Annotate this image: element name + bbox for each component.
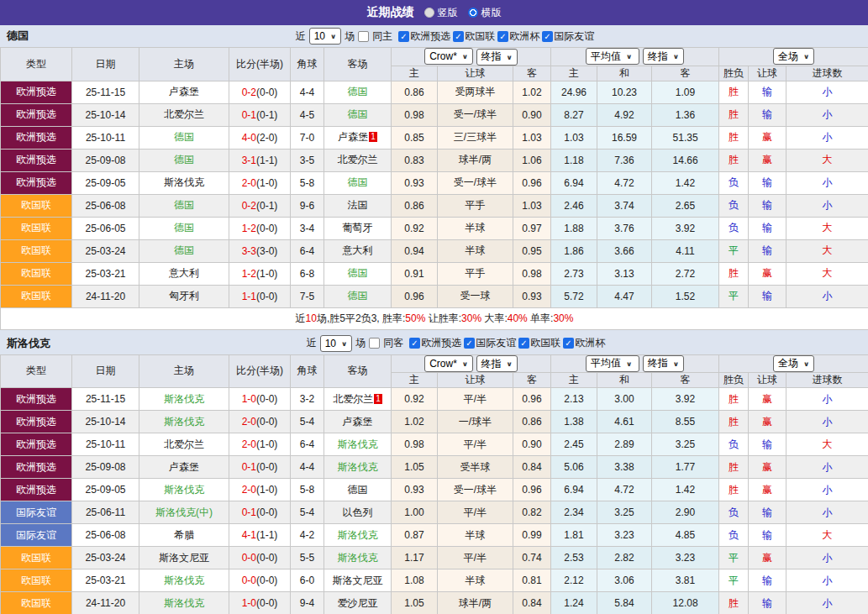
chevron-down-icon: ∨ bbox=[626, 53, 632, 60]
avg-home-odds: 2.53 bbox=[551, 547, 597, 569]
avg-draw-odds: 3.25 bbox=[597, 501, 652, 524]
handicap-away-odds: 0.98 bbox=[513, 262, 551, 285]
vertical-radio-label: 竖版 bbox=[438, 6, 458, 20]
match-date: 25-06-08 bbox=[72, 524, 139, 547]
match-date: 25-03-24 bbox=[72, 547, 139, 569]
match-type-badge: 欧国联 bbox=[1, 194, 72, 217]
final-odds-select-1[interactable]: 终指∨ bbox=[476, 49, 518, 66]
team-name: 德国 bbox=[7, 29, 29, 44]
league-checkbox-label: 国际友谊 bbox=[554, 29, 594, 44]
away-team-name: 爱沙尼亚 bbox=[338, 597, 378, 609]
home-team-name: 北爱尔兰 bbox=[164, 438, 204, 450]
avg-draw-odds: 10.23 bbox=[597, 81, 652, 103]
col-avg-home: 主 bbox=[551, 373, 597, 388]
fulltime-select[interactable]: 全场∨ bbox=[773, 48, 814, 65]
goals-result-cell: 小 bbox=[786, 81, 868, 103]
fulltime-score: 0-0 bbox=[242, 552, 256, 564]
halftime-score: (0-0) bbox=[256, 416, 277, 428]
league-checkbox[interactable] bbox=[464, 338, 475, 349]
match-row: 欧洲预选25-11-15斯洛伐克1-0(0-0)3-2北爱尔兰10.92平/半0… bbox=[1, 388, 868, 411]
league-checkbox[interactable] bbox=[409, 338, 420, 349]
league-checkbox[interactable] bbox=[453, 31, 464, 42]
bookmaker-select[interactable]: Crow*∨ bbox=[424, 355, 473, 372]
radio-selected-icon[interactable] bbox=[468, 8, 478, 18]
handicap-home-odds: 0.98 bbox=[392, 433, 438, 456]
layout-radio-horizontal[interactable]: 横版 bbox=[468, 6, 502, 20]
avg-home-odds: 2.45 bbox=[551, 433, 597, 456]
col-handicap-away: 客 bbox=[513, 66, 551, 81]
fulltime-score: 1-0 bbox=[242, 597, 256, 609]
match-type-badge: 欧洲预选 bbox=[1, 479, 72, 501]
layout-radio-vertical[interactable]: 竖版 bbox=[424, 6, 458, 20]
home-team-name: 匈牙利 bbox=[169, 290, 199, 302]
handicap-line: 平/半 bbox=[438, 501, 513, 524]
score-cell: 2-0(1-0) bbox=[229, 171, 291, 194]
recent-results-table-slovakia: 类型 日期 主场 比分(半场) 角球 客场 Crow*∨ 终指∨ 平均值∨ 终指… bbox=[0, 354, 868, 614]
league-filter-group: 欧洲预选国际友谊欧国联欧洲杯 bbox=[407, 336, 605, 350]
final-odds-select-2[interactable]: 终指∨ bbox=[643, 355, 684, 372]
summary-stat-value: 30% bbox=[461, 312, 481, 324]
league-checkbox[interactable] bbox=[398, 31, 409, 42]
corner-cell: 4-2 bbox=[291, 524, 324, 547]
fulltime-select[interactable]: 全场∨ bbox=[773, 355, 814, 372]
fulltime-score: 0-1 bbox=[242, 506, 256, 518]
handicap-line: 平/半 bbox=[438, 433, 513, 456]
handicap-line: 受半球 bbox=[438, 456, 513, 479]
away-team-name: 葡萄牙 bbox=[343, 222, 373, 234]
halftime-score: (0-0) bbox=[256, 87, 277, 98]
score-cell: 3-1(1-1) bbox=[229, 149, 291, 171]
match-date: 25-10-11 bbox=[72, 126, 139, 149]
average-select[interactable]: 平均值∨ bbox=[586, 48, 639, 65]
league-checkbox[interactable] bbox=[563, 338, 574, 349]
league-checkbox[interactable] bbox=[497, 31, 508, 42]
away-team-cell: 德国 bbox=[324, 479, 392, 501]
goals-result-cell: 小 bbox=[786, 126, 868, 149]
result-cell: 平 bbox=[719, 239, 749, 262]
final-odds-select-2[interactable]: 终指∨ bbox=[643, 48, 684, 65]
handicap-line: 平手 bbox=[438, 194, 513, 217]
handicap-home-odds: 1.17 bbox=[392, 547, 438, 569]
league-checkbox-label: 欧国联 bbox=[530, 336, 560, 350]
bookmaker-select[interactable]: Crow*∨ bbox=[424, 48, 473, 65]
handicap-home-odds: 0.83 bbox=[392, 149, 438, 171]
league-checkbox[interactable] bbox=[542, 31, 553, 42]
rounds-select[interactable]: 10 ∨ bbox=[320, 335, 353, 352]
col-result: 胜负 bbox=[719, 373, 749, 388]
rounds-select[interactable]: 10 ∨ bbox=[309, 28, 342, 45]
result-cell: 负 bbox=[719, 433, 749, 456]
halftime-score: (3-0) bbox=[256, 245, 277, 257]
avg-draw-odds: 4.72 bbox=[597, 171, 652, 194]
halftime-score: (0-0) bbox=[256, 552, 277, 564]
match-date: 25-06-08 bbox=[72, 194, 139, 217]
average-select[interactable]: 平均值∨ bbox=[586, 355, 639, 372]
home-team-name: 意大利 bbox=[169, 267, 199, 279]
final-odds-select-1[interactable]: 终指∨ bbox=[476, 355, 518, 372]
section-header-germany: 德国 近 10 ∨ 场 同主 欧洲预选欧国联欧洲杯国际友谊 bbox=[0, 25, 868, 47]
home-team-name: 德国 bbox=[174, 244, 194, 256]
same-venue-checkbox[interactable] bbox=[358, 31, 369, 42]
handicap-away-odds: 0.81 bbox=[513, 569, 551, 592]
radio-unselected-icon[interactable] bbox=[424, 8, 434, 18]
halftime-score: (1-1) bbox=[256, 155, 277, 166]
match-row: 欧洲预选25-10-14斯洛伐克2-0(0-0)5-4卢森堡1.02一/球半0.… bbox=[1, 411, 868, 433]
chevron-down-icon: ∨ bbox=[803, 53, 809, 60]
same-venue-checkbox[interactable] bbox=[369, 338, 380, 349]
avg-draw-odds: 4.92 bbox=[597, 103, 652, 126]
result-cell: 平 bbox=[719, 547, 749, 569]
handicap-line: 半球 bbox=[438, 217, 513, 239]
away-team-cell: 斯洛伐克 bbox=[324, 524, 392, 547]
league-checkbox[interactable] bbox=[518, 338, 529, 349]
col-score: 比分(半场) bbox=[229, 48, 291, 81]
handicap-away-odds: 0.86 bbox=[513, 411, 551, 433]
home-team-name: 德国 bbox=[174, 222, 194, 234]
avg-draw-odds: 4.72 bbox=[597, 479, 652, 501]
summary-text: 近 bbox=[296, 312, 306, 324]
corner-cell: 6-8 bbox=[291, 262, 324, 285]
fulltime-score: 3-1 bbox=[242, 155, 256, 166]
col-avg-away: 客 bbox=[652, 66, 719, 81]
avg-away-odds: 2.65 bbox=[652, 194, 719, 217]
corner-cell: 9-6 bbox=[291, 194, 324, 217]
away-team-name: 意大利 bbox=[343, 244, 373, 256]
match-row: 欧洲预选25-10-11北爱尔兰2-0(1-0)6-4斯洛伐克0.98平/半0.… bbox=[1, 433, 868, 456]
away-team-name: 斯洛伐克 bbox=[338, 552, 378, 564]
